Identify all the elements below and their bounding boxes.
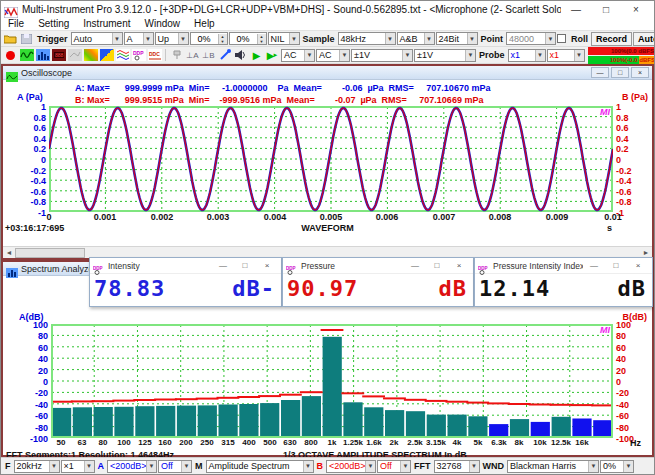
range-b-select[interactable]: ±1V▼ <box>414 49 476 62</box>
ddp-viewer-icon: DDP <box>93 261 105 271</box>
close-button[interactable]: × <box>627 261 649 270</box>
minimize-button[interactable]: — <box>212 261 234 270</box>
ddp-viewer-icon: DDP <box>478 261 490 271</box>
ddp-viewer-icon: DDP <box>286 261 298 271</box>
speaker-icon[interactable] <box>233 49 248 62</box>
scrollbar-thumb[interactable] <box>15 248 85 258</box>
osc-x-tick: 0.006 <box>369 212 405 222</box>
a-weighting-select[interactable]: Off▼ <box>158 460 192 473</box>
probe-b-select[interactable]: x1▼ <box>547 49 585 62</box>
osc-y-tick: 0 <box>41 155 46 165</box>
spec-y-tick: -80 <box>616 423 629 433</box>
spinner-arrows-icon[interactable]: ▲▼ <box>218 34 227 44</box>
waveform-chart: 10.80.60.40.20-0.2-0.4-0.6-0.8-1 MI 10.8… <box>3 106 652 212</box>
maximize-button[interactable]: □ <box>611 67 629 78</box>
bit-depth-select[interactable]: 24Bit▼ <box>436 32 478 45</box>
trigger-source-select[interactable]: A▼ <box>124 32 154 45</box>
spectrum-chart: 100806040200-20-40-60-80-100 MI 10080604… <box>3 324 652 438</box>
run-icon[interactable]: ▶ <box>249 49 264 62</box>
minimize-button[interactable]: — <box>591 67 609 78</box>
trigger-delay-spinner[interactable]: 0%▲▼ <box>229 32 267 45</box>
trigger-edge-select[interactable]: Up▼ <box>155 32 189 45</box>
chevron-down-icon: ▼ <box>181 461 191 472</box>
spinner-arrows-icon[interactable]: ▲▼ <box>257 34 266 44</box>
waveform-plot: MI <box>49 106 613 212</box>
probe-a-select[interactable]: x1▼ <box>508 49 546 62</box>
menu-window[interactable]: Window <box>138 18 188 29</box>
point-count-select[interactable]: 48000▼ <box>506 32 556 45</box>
b-range-select[interactable]: <200dB>▼ <box>326 460 376 473</box>
coupling-b-select[interactable]: AC▼ <box>316 49 350 62</box>
chevron-down-icon: ▼ <box>623 461 633 472</box>
a-range-select[interactable]: <200dB>▼ <box>107 460 157 473</box>
minimize-button[interactable]: — <box>404 261 426 270</box>
menu-file[interactable]: File <box>1 18 31 29</box>
scroll-right-icon[interactable]: ► <box>640 249 652 256</box>
fft-label: FFT <box>412 461 433 471</box>
record-icon[interactable] <box>3 49 18 62</box>
maximize-button[interactable]: □ <box>591 4 621 15</box>
trigger-mode-select[interactable]: Auto▼ <box>71 32 123 45</box>
record-button[interactable]: Record <box>591 32 632 46</box>
scroll-left-icon[interactable]: ◄ <box>3 249 15 256</box>
menu-instrument[interactable]: Instrument <box>76 18 137 29</box>
status-bar: F 20kHz▼ ×1▼ A <200dB>▼ Off▼ M Amplitude… <box>1 457 654 474</box>
chevron-down-icon: ▼ <box>424 33 434 44</box>
spec-y-tick: -40 <box>35 400 48 410</box>
level-meters: 100%(0.0 dBFS) 100%(-0.0 dBFS) <box>588 47 655 64</box>
lcr-meter-icon[interactable] <box>115 49 130 62</box>
spec-y-tick: 20 <box>38 366 48 376</box>
run-continuous-icon[interactable]: ▶► <box>265 49 280 62</box>
close-button[interactable]: × <box>448 261 470 270</box>
ddp-value: 12.14 <box>479 276 550 301</box>
maximize-button[interactable]: □ <box>234 261 256 270</box>
oscilloscope-icon[interactable] <box>19 49 34 62</box>
spectrum-analyzer-icon <box>6 264 18 274</box>
input-b-icon[interactable]: ⊥B <box>201 49 216 62</box>
save-icon[interactable] <box>19 32 34 45</box>
close-button[interactable]: × <box>256 261 278 270</box>
maximize-button[interactable]: □ <box>605 261 627 270</box>
window-function-select[interactable]: Blackman Harris▼ <box>507 460 599 473</box>
coupling-a-select[interactable]: AC▼ <box>281 49 315 62</box>
ddp-title-bar[interactable]: DDP Pressure Intensity Index — □ × <box>475 258 652 274</box>
multimeter-icon[interactable]: 888 <box>51 49 66 62</box>
chevron-down-icon: ▼ <box>400 461 410 472</box>
close-button[interactable]: × <box>621 4 651 15</box>
close-button[interactable]: × <box>631 67 649 78</box>
ddp-title-bar[interactable]: DDP Intensity — □ × <box>90 258 281 274</box>
trigger-hpf-select[interactable]: NIL▼ <box>268 32 300 45</box>
mode-select[interactable]: Amplitude Spectrum▼ <box>206 460 314 473</box>
device-test-plan-icon[interactable] <box>99 49 114 62</box>
roll-checkbox[interactable] <box>557 34 566 43</box>
minimize-button[interactable]: — <box>583 261 605 270</box>
menu-help[interactable]: Help <box>187 18 222 29</box>
channel-a-label: A <box>96 461 107 471</box>
overlap-select[interactable]: 0%▼ <box>600 460 634 473</box>
b-weighting-select[interactable]: Off▼ <box>377 460 411 473</box>
maximize-button[interactable]: □ <box>426 261 448 270</box>
oscilloscope-title-bar[interactable]: Oscilloscope — □ × <box>3 66 652 80</box>
range-a-select[interactable]: ±1V▼ <box>351 49 413 62</box>
ddp-title-bar[interactable]: DDP Pressure — □ × <box>283 258 473 274</box>
spectrum-plot: MI <box>51 324 613 438</box>
sample-rate-select[interactable]: 48kHz▼ <box>338 32 396 45</box>
open-file-icon[interactable] <box>3 32 18 45</box>
freq-range-select[interactable]: 20kHz▼ <box>14 460 60 473</box>
spectrum-analyzer-icon[interactable] <box>35 49 50 62</box>
auto-button[interactable]: Auto <box>633 32 655 46</box>
spectrum-3d-plot-icon[interactable] <box>83 49 98 62</box>
toolbar-separator <box>165 49 166 61</box>
input-a-icon[interactable]: ⊥A <box>185 49 200 62</box>
derived-data-curve-icon[interactable]: DDC <box>147 49 162 62</box>
fft-size-select[interactable]: 32768▼ <box>434 460 480 473</box>
x-zoom-select[interactable]: ×1▼ <box>61 460 95 473</box>
channels-select[interactable]: A&B▼ <box>397 32 435 45</box>
calibration-tool-icon[interactable] <box>217 49 232 62</box>
ddp-viewer-icon[interactable]: DDP <box>131 49 146 62</box>
menu-setting[interactable]: Setting <box>31 18 76 29</box>
chevron-down-icon: ▼ <box>112 33 122 44</box>
trigger-level-spinner[interactable]: 0%▲▼ <box>190 32 228 45</box>
channel-b-label: B <box>315 461 326 471</box>
minimize-button[interactable]: — <box>561 4 591 15</box>
